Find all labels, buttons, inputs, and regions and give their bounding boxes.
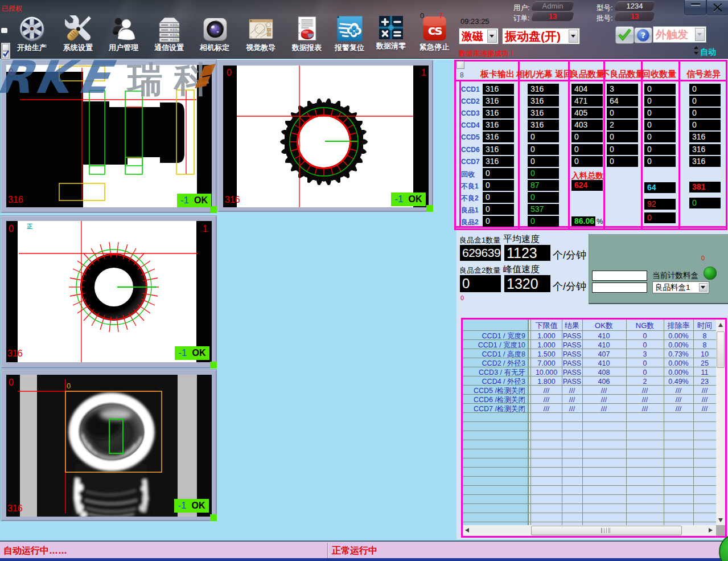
grid-checkbox[interactable] — [456, 61, 464, 69]
h-scrollbar-grip — [601, 528, 610, 533]
camera1-count: 316 — [8, 195, 23, 204]
v-scrollbar-thumb[interactable] — [717, 331, 725, 368]
toolbar-button-label: 数据清零 — [368, 41, 414, 51]
grid-row-label: CCD1 — [461, 85, 480, 93]
toolbar-button-emergency-stop[interactable]: cs 紧急停止 — [411, 15, 458, 56]
excite-combo[interactable]: 激磁 — [459, 28, 499, 44]
cam-return-value: 0 — [528, 132, 559, 142]
checkbox-checked[interactable] — [2, 51, 9, 58]
authorized-status: 已授权 — [2, 4, 22, 14]
results-row-name: CCD1 / 宽度10 — [463, 341, 525, 350]
minimize-button[interactable] — [684, 0, 706, 15]
camera-panel-1: 0 316 -1OK — [1, 59, 217, 213]
toolbar-button-alarm-reset[interactable]: 报警复位 — [326, 15, 373, 56]
batch-field[interactable]: 13 — [614, 11, 656, 21]
results-row-name: CCD5 /检测关闭 — [463, 387, 525, 395]
bad-count-value: 0 — [607, 108, 638, 118]
grid-column-separator — [641, 62, 643, 228]
results-cell: /// — [584, 387, 624, 395]
board-out-value: 316 — [483, 120, 514, 130]
toolbar-button-camera-calibration[interactable]: 相机标定 — [191, 15, 238, 56]
grid-row-label: 不良1 — [461, 182, 479, 191]
batch-value: 13 — [615, 11, 654, 21]
v-scroll-down-arrow[interactable] — [718, 518, 723, 522]
counter-box-dropdown-icon[interactable] — [699, 283, 708, 292]
camera-view-4[interactable]: 0 0 316 -1OK — [6, 375, 212, 517]
camera-panel-4: 0 0 316 -1OK — [1, 369, 217, 521]
h-scroll-right-arrow[interactable] — [709, 528, 713, 533]
help-button[interactable]: ? — [634, 27, 652, 43]
status-right-text: 正常运行中 — [332, 545, 377, 557]
db-status-text: 数据库连接成功！ — [459, 49, 516, 59]
trigger-combo-dropdown-icon[interactable] — [695, 28, 705, 41]
toolbar-button-system-settings[interactable]: 系统设置 — [55, 15, 101, 56]
camera2-image — [223, 65, 429, 207]
camera-view-3[interactable]: 0 1 正 316 -1OK — [6, 221, 212, 362]
reel-icon — [19, 15, 46, 42]
counter-red: 7 — [439, 11, 443, 20]
grid-row-label: CCD3 — [461, 109, 480, 117]
board-out-value: 0 — [483, 192, 514, 203]
order-field[interactable]: 13 — [531, 11, 575, 21]
toolbar-button-start-production[interactable]: 开始生产 — [9, 15, 55, 56]
camera-panel-2: 0 1 316 -1OK — [217, 60, 433, 212]
recycle-extra-value: 64 — [644, 182, 676, 193]
h-scroll-left-arrow[interactable] — [465, 528, 469, 533]
results-cell: 408 — [584, 368, 624, 377]
camera3-count: 316 — [7, 349, 23, 358]
grid-column-separator — [518, 62, 520, 228]
camera-view-1[interactable]: 0 316 -1OK — [6, 65, 212, 207]
camera1-index: 0 — [9, 68, 14, 77]
cam-return-value: 0 — [528, 156, 559, 167]
toolbar-button-vision-teach[interactable]: 视觉教导 — [237, 15, 284, 56]
confirm-button[interactable] — [615, 26, 634, 44]
user-value: Admin — [532, 1, 573, 11]
camera-view-2[interactable]: 0 1 316 -1OK — [223, 65, 429, 207]
clock: 09:23:25 — [460, 17, 490, 26]
toolbar-button-comm-settings[interactable]: 通信设置 — [146, 15, 192, 56]
results-row-name: CCD2 / 外径3 — [463, 359, 525, 368]
toolbar-button-data-report[interactable]: 数据报表 — [283, 15, 330, 56]
camera3-resize-grip[interactable] — [210, 362, 217, 368]
grid-row-label: 良品2 — [461, 218, 479, 227]
avg-speed-value: 1123 — [504, 245, 550, 261]
board-out-value: 0 — [483, 168, 514, 179]
good-count-value: 0 — [571, 132, 603, 142]
table-hline — [463, 330, 716, 331]
vibrator-combo[interactable]: 振动盘(开) — [502, 28, 580, 44]
peak-speed-value: 1320 — [504, 275, 550, 292]
camera2-resize-grip[interactable] — [426, 205, 433, 212]
toolbar-button-user-management[interactable]: 用户管理 — [100, 15, 147, 56]
counter-input-2[interactable] — [592, 282, 647, 293]
trigger-combo[interactable]: 外触发 — [653, 26, 706, 43]
auto-spinner[interactable] — [694, 46, 698, 58]
counter-box-combo[interactable]: 良品料盒1 — [652, 281, 709, 293]
close-button[interactable] — [706, 0, 728, 15]
table-hline — [463, 503, 716, 504]
counter-input-1[interactable] — [592, 271, 647, 281]
counter-box-panel: 当前计数料盒 良品料盒1 0 — [589, 234, 728, 304]
model-value: 1234 — [615, 1, 654, 11]
v-scroll-up-arrow[interactable] — [718, 323, 723, 327]
board-out-value: 316 — [483, 132, 514, 142]
grid-row-label: 回收 — [461, 170, 475, 179]
model-field[interactable]: 1234 — [614, 1, 656, 11]
results-cell: 410 — [584, 341, 624, 350]
board-out-value: 316 — [483, 108, 514, 118]
stats-grid: 8 板卡输出相机/光幕 返回良品数量不良品数量回收数量信号差异CCD1CCD2C… — [454, 60, 727, 230]
grid-row-label: CCD2 — [461, 97, 480, 105]
camera3-flag: 1 — [203, 224, 208, 234]
good-count-value: 405 — [571, 108, 603, 118]
counter-zero-indicator: 0 — [701, 255, 705, 261]
avg-speed-label: 平均速度 — [503, 234, 540, 245]
user-field[interactable]: Admin — [531, 1, 575, 11]
good-count-value: 0 — [571, 156, 603, 167]
vibrator-combo-dropdown-icon[interactable] — [569, 30, 578, 43]
pass-rate-unit: % — [597, 217, 603, 226]
camera4-index: 0 — [9, 378, 14, 387]
toolbar-button-data-clear[interactable]: 数据清零 — [368, 15, 414, 56]
camera3-index: 0 — [9, 224, 14, 234]
camera4-resize-grip[interactable] — [210, 514, 217, 521]
excite-combo-dropdown-icon[interactable] — [487, 30, 497, 43]
grid-row-label: CCD5 — [461, 133, 480, 141]
